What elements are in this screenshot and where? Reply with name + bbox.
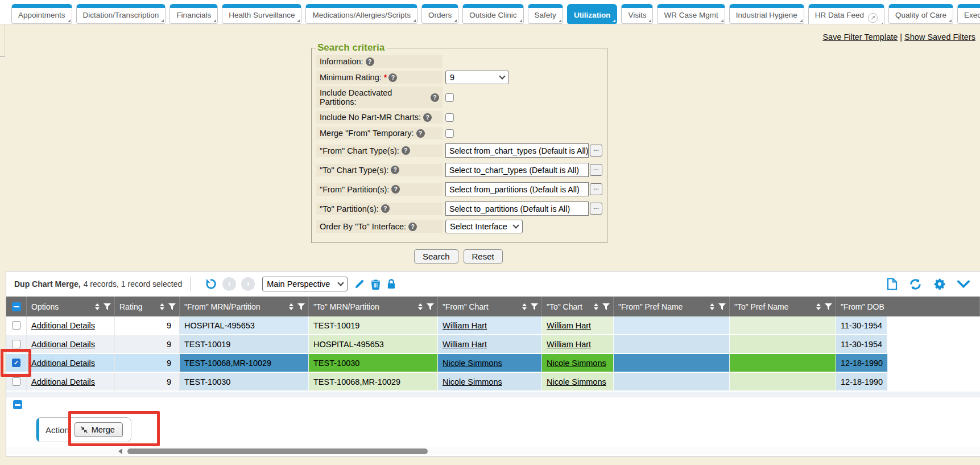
column-header-to-chart[interactable]: "To" Chart — [542, 297, 614, 316]
additional-details-link[interactable]: Additional Details — [31, 359, 95, 368]
from-chart-types-input[interactable]: Select from_chart_types (Default is All) — [445, 143, 589, 158]
next-icon[interactable]: › — [241, 277, 255, 291]
column-header-from-chart[interactable]: "From" Chart — [438, 297, 542, 316]
column-header-from-mrn[interactable]: "From" MRN/Partition — [180, 297, 309, 316]
tab-financials[interactable]: Financials — [169, 4, 218, 24]
from-chart-types-picker-button[interactable]: ... — [590, 145, 602, 157]
reset-button[interactable]: Reset — [464, 249, 503, 264]
help-icon[interactable]: ? — [391, 166, 399, 174]
sort-icon[interactable] — [594, 303, 598, 310]
new-document-icon[interactable] — [887, 278, 898, 290]
sort-icon[interactable] — [710, 303, 714, 310]
sort-icon[interactable] — [522, 303, 527, 310]
merge-from-temporary-checkbox[interactable] — [445, 129, 454, 138]
scroll-left-icon[interactable] — [118, 448, 122, 454]
tab-visits[interactable]: Visits — [621, 4, 653, 24]
to-chart-types-input[interactable]: Select to_chart_types (Default is All) — [445, 163, 589, 177]
from-chart-link[interactable]: Nicole Simmons — [443, 359, 502, 368]
include-nopartmr-checkbox[interactable] — [445, 113, 454, 122]
from-partitions-picker-button[interactable]: ... — [590, 183, 602, 195]
tab-exec[interactable]: Exec — [957, 4, 980, 24]
help-icon[interactable]: ? — [416, 129, 425, 138]
row-checkbox-checked[interactable] — [12, 359, 20, 367]
filter-icon[interactable] — [531, 303, 538, 310]
additional-details-link[interactable]: Additional Details — [31, 321, 95, 330]
help-icon[interactable]: ? — [423, 113, 432, 122]
select-all-footer-toggle[interactable] — [13, 400, 22, 409]
tab-quality-of-care[interactable]: Quality of Care — [888, 4, 953, 24]
table-row[interactable]: Additional Details 9 TEST-10019 HOSPITAL… — [6, 335, 980, 354]
include-deactivated-checkbox[interactable] — [445, 93, 454, 102]
tab-appointments[interactable]: Appointments — [11, 4, 72, 24]
from-partitions-input[interactable]: Select from_partitions (Default is All) — [445, 182, 589, 196]
to-partitions-input[interactable]: Select to_partitions (Default is All) — [445, 201, 589, 216]
previous-icon[interactable]: ‹ — [222, 277, 236, 291]
filter-icon[interactable] — [168, 303, 176, 310]
help-icon[interactable]: ? — [391, 185, 400, 194]
sort-icon[interactable] — [816, 303, 821, 310]
to-partitions-picker-button[interactable]: ... — [590, 203, 602, 215]
lock-perspective-icon[interactable] — [387, 279, 396, 290]
column-header-from-pref-name[interactable]: "From" Pref Name — [614, 297, 730, 316]
tab-outside-clinic[interactable]: Outside Clinic — [462, 4, 523, 24]
select-all-toggle[interactable] — [12, 302, 21, 311]
help-icon[interactable]: ? — [402, 146, 410, 155]
column-header-options[interactable]: Options — [27, 297, 115, 316]
tab-utilization[interactable]: Utilization — [567, 4, 618, 24]
tab-wr-case-mgmt[interactable]: WR Case Mgmt — [657, 4, 725, 24]
to-chart-link[interactable]: William Hart — [547, 340, 591, 349]
help-icon[interactable]: ? — [408, 223, 417, 231]
from-chart-link[interactable]: William Hart — [443, 321, 487, 330]
column-header-from-dob[interactable]: "From" DOB — [836, 297, 980, 316]
tab-orders[interactable]: Orders — [421, 4, 458, 24]
tab-dictation-transcription[interactable]: Dictation/Transcription — [76, 4, 166, 24]
to-chart-link[interactable]: Nicole Simmons — [547, 359, 606, 368]
save-filter-template-link[interactable]: Save Filter Template — [822, 32, 898, 42]
undo-icon[interactable] — [205, 278, 217, 290]
to-chart-link[interactable]: Nicole Simmons — [547, 377, 606, 386]
edit-perspective-icon[interactable] — [354, 279, 365, 290]
delete-perspective-icon[interactable] — [371, 279, 381, 290]
tab-safety[interactable]: Safety — [528, 4, 563, 24]
sort-icon[interactable] — [160, 303, 164, 310]
minimum-rating-select[interactable]: 9 — [445, 71, 509, 84]
tab-medications-allergies-scripts[interactable]: Medications/Allergies/Scripts — [305, 4, 417, 24]
to-chart-types-picker-button[interactable]: ... — [590, 164, 602, 176]
help-icon[interactable]: ? — [366, 57, 374, 66]
row-checkbox[interactable] — [12, 321, 20, 330]
filter-icon[interactable] — [297, 303, 305, 310]
additional-details-link[interactable]: Additional Details — [31, 377, 95, 386]
scrollbar-thumb[interactable] — [127, 448, 428, 454]
search-button[interactable]: Search — [414, 249, 458, 264]
filter-icon[interactable] — [825, 303, 832, 310]
tab-industrial-hygiene[interactable]: Industrial Hygiene — [729, 4, 804, 24]
sort-icon[interactable] — [95, 303, 100, 310]
merge-button[interactable]: Merge — [75, 422, 123, 437]
row-checkbox[interactable] — [12, 377, 20, 386]
tab-hr-data-feed[interactable]: HR Data Feed↗ — [808, 4, 884, 24]
from-chart-link[interactable]: William Hart — [443, 340, 487, 349]
table-row[interactable]: Additional Details 9 TEST-10030 TEST-100… — [6, 373, 980, 392]
sort-icon[interactable] — [289, 303, 293, 310]
order-by-interface-select[interactable]: Select Interface — [445, 220, 523, 233]
additional-details-link[interactable]: Additional Details — [31, 340, 95, 349]
to-chart-link[interactable]: William Hart — [547, 321, 591, 330]
help-icon[interactable]: ? — [431, 93, 439, 102]
column-header-rating[interactable]: Rating — [115, 297, 180, 316]
gear-icon[interactable] — [933, 278, 946, 290]
column-header-to-pref-name[interactable]: "To" Pref Name — [730, 297, 836, 316]
show-saved-filters-link[interactable]: Show Saved Filters — [904, 32, 975, 42]
perspective-select[interactable]: Main Perspective — [262, 277, 348, 291]
collapse-chevron-icon[interactable] — [957, 280, 970, 288]
tab-health-surveillance[interactable]: Health Surveillance — [222, 4, 301, 24]
table-row[interactable]: Additional Details 9 HOSPITAL-495653 TES… — [6, 316, 980, 335]
row-checkbox[interactable] — [12, 340, 20, 348]
filter-icon[interactable] — [427, 303, 434, 310]
filter-icon[interactable] — [104, 303, 111, 310]
filter-icon[interactable] — [602, 303, 610, 310]
table-row-selected[interactable]: Additional Details 9 TEST-10068,MR-10029… — [6, 354, 980, 373]
from-chart-link[interactable]: Nicole Simmons — [443, 377, 502, 386]
help-icon[interactable]: ? — [388, 73, 397, 82]
sort-icon[interactable] — [418, 303, 423, 310]
refresh-icon[interactable] — [909, 278, 922, 291]
